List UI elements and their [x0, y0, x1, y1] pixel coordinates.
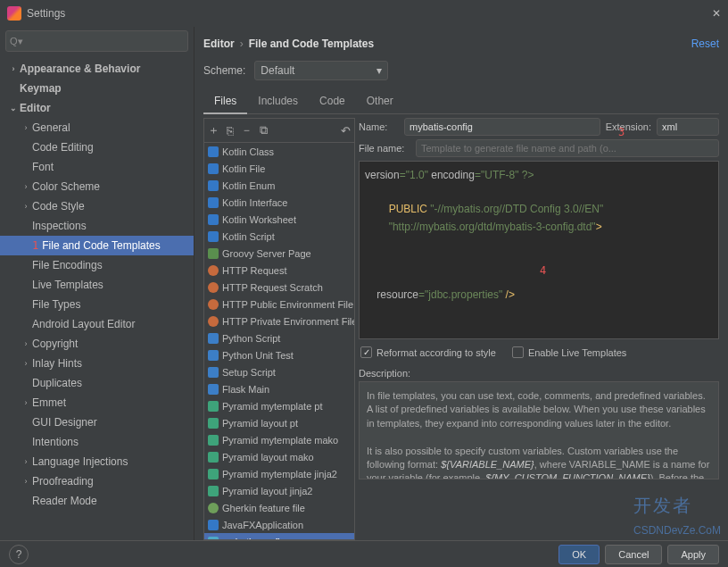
- file-icon: [208, 197, 219, 208]
- template-item[interactable]: Setup Script: [204, 363, 354, 380]
- tree-item[interactable]: ›General: [0, 118, 194, 138]
- template-item[interactable]: Kotlin Interface: [204, 194, 354, 211]
- template-item[interactable]: Flask Main: [204, 380, 354, 397]
- template-item[interactable]: mybatis-config: [204, 533, 354, 539]
- template-item[interactable]: JavaFXApplication: [204, 516, 354, 533]
- code-editor[interactable]: version="1.0" encoding="UTF-8" ?> PUBLIC…: [359, 161, 719, 339]
- template-item[interactable]: Pyramid mytemplate jinja2: [204, 465, 354, 482]
- scheme-value: Default: [261, 64, 376, 77]
- template-item[interactable]: Kotlin Enum: [204, 177, 354, 194]
- main-panel: Editor › File and Code Templates Reset S…: [194, 27, 728, 540]
- tree-item[interactable]: Intentions: [0, 432, 194, 452]
- search-input[interactable]: Q▾: [5, 30, 188, 52]
- cancel-button[interactable]: Cancel: [605, 545, 662, 564]
- description-box: In file templates, you can use text, cod…: [359, 381, 719, 479]
- file-icon: [208, 537, 219, 540]
- template-item[interactable]: Python Unit Test: [204, 346, 354, 363]
- tree-item[interactable]: ›Code Style: [0, 196, 194, 216]
- template-item[interactable]: Kotlin Class: [204, 143, 354, 160]
- copy-icon[interactable]: ⧉: [260, 123, 268, 138]
- breadcrumb-leaf: File and Code Templates: [249, 38, 374, 50]
- tab-files[interactable]: Files: [203, 89, 247, 114]
- file-icon: [208, 214, 219, 225]
- tree-item[interactable]: Duplicates: [0, 373, 194, 393]
- tree-item[interactable]: ›Copyright: [0, 334, 194, 354]
- template-list: Kotlin ClassKotlin FileKotlin EnumKotlin…: [204, 143, 354, 539]
- tree-item[interactable]: Keymap: [0, 79, 194, 98]
- template-item[interactable]: Pyramid layout pt: [204, 414, 354, 431]
- scheme-select[interactable]: Default ▾: [254, 61, 388, 80]
- template-item[interactable]: Python Script: [204, 329, 354, 346]
- remove-icon[interactable]: －: [241, 122, 252, 138]
- extension-input[interactable]: xml: [657, 118, 719, 136]
- breadcrumb: Editor › File and Code Templates Reset: [203, 32, 719, 55]
- titlebar: Settings ✕: [0, 0, 728, 27]
- file-icon: [208, 163, 219, 174]
- tab-code[interactable]: Code: [309, 89, 356, 113]
- template-item[interactable]: Gherkin feature file: [204, 499, 354, 516]
- template-item[interactable]: Groovy Server Page: [204, 245, 354, 262]
- undo-icon[interactable]: ↶: [341, 124, 351, 138]
- name-label: Name:: [359, 121, 399, 132]
- reset-link[interactable]: Reset: [691, 38, 719, 50]
- file-icon: [208, 520, 219, 530]
- template-item[interactable]: HTTP Request Scratch: [204, 279, 354, 296]
- description-label: Description:: [359, 368, 719, 379]
- tree-item[interactable]: ›Proofreading: [0, 471, 194, 491]
- template-item[interactable]: HTTP Public Environment File: [204, 296, 354, 313]
- tree-item[interactable]: ›Appearance & Behavior: [0, 59, 194, 79]
- tree-item[interactable]: ›Language Injections: [0, 452, 194, 471]
- tab-includes[interactable]: Includes: [247, 89, 309, 113]
- tree-item[interactable]: 1File and Code Templates: [0, 236, 194, 255]
- search-icon: Q▾: [10, 36, 23, 47]
- template-item[interactable]: Pyramid mytemplate pt: [204, 397, 354, 414]
- file-icon: [208, 452, 219, 463]
- app-icon: [7, 6, 21, 21]
- tree-item[interactable]: File Encodings: [0, 255, 194, 275]
- tree-item[interactable]: ›Inlay Hints: [0, 354, 194, 373]
- tree-item[interactable]: ›Emmet: [0, 393, 194, 413]
- file-icon: [208, 146, 219, 157]
- chevron-down-icon: ▾: [376, 64, 382, 77]
- reformat-checkbox[interactable]: ✓Reformat according to style: [360, 346, 496, 358]
- file-icon: [208, 435, 219, 446]
- tree-item[interactable]: Font: [0, 157, 194, 177]
- add-child-icon[interactable]: ⎘: [227, 124, 234, 138]
- tree-item[interactable]: ⌄Editor: [0, 98, 194, 118]
- help-button[interactable]: ?: [9, 545, 29, 564]
- file-icon: [208, 333, 219, 344]
- window-title: Settings: [27, 7, 712, 20]
- apply-button[interactable]: Apply: [667, 545, 719, 564]
- tree-item[interactable]: Live Templates: [0, 275, 194, 295]
- tree-item[interactable]: Reader Mode: [0, 491, 194, 511]
- close-icon[interactable]: ✕: [712, 7, 721, 20]
- chevron-right-icon: ›: [240, 38, 244, 50]
- ok-button[interactable]: OK: [558, 545, 600, 564]
- template-item[interactable]: Kotlin Script: [204, 228, 354, 245]
- template-item[interactable]: Kotlin Worksheet: [204, 211, 354, 228]
- tree-item[interactable]: Inspections: [0, 216, 194, 236]
- tabs: FilesIncludesCodeOther: [203, 89, 719, 114]
- tree-item[interactable]: ›Color Scheme: [0, 177, 194, 196]
- filename-input[interactable]: Template to generate file name and path …: [416, 139, 719, 157]
- tree-item[interactable]: File Types: [0, 295, 194, 314]
- name-input[interactable]: 2 mybatis-config: [404, 118, 600, 136]
- template-toolbar: ＋ ⎘ － ⧉ ↶: [204, 119, 354, 143]
- tree-item[interactable]: Code Editing: [0, 138, 194, 157]
- template-item[interactable]: HTTP Request: [204, 262, 354, 279]
- tree-item[interactable]: GUI Designer: [0, 413, 194, 432]
- add-icon[interactable]: ＋: [208, 122, 219, 138]
- file-icon: [208, 418, 219, 429]
- template-item[interactable]: Kotlin File: [204, 160, 354, 177]
- file-icon: [208, 367, 219, 378]
- template-item[interactable]: Pyramid mytemplate mako: [204, 431, 354, 448]
- filename-label: File name:: [359, 143, 410, 154]
- extension-label: Extension:: [606, 121, 651, 132]
- live-templates-checkbox[interactable]: Enable Live Templates: [512, 346, 626, 358]
- template-item[interactable]: HTTP Private Environment File: [204, 313, 354, 329]
- tab-other[interactable]: Other: [356, 89, 404, 113]
- tree-item[interactable]: Android Layout Editor: [0, 314, 194, 334]
- template-item[interactable]: Pyramid layout jinja2: [204, 482, 354, 499]
- settings-tree: ›Appearance & BehaviorKeymap⌄Editor›Gene…: [0, 55, 194, 540]
- template-item[interactable]: Pyramid layout mako: [204, 448, 354, 465]
